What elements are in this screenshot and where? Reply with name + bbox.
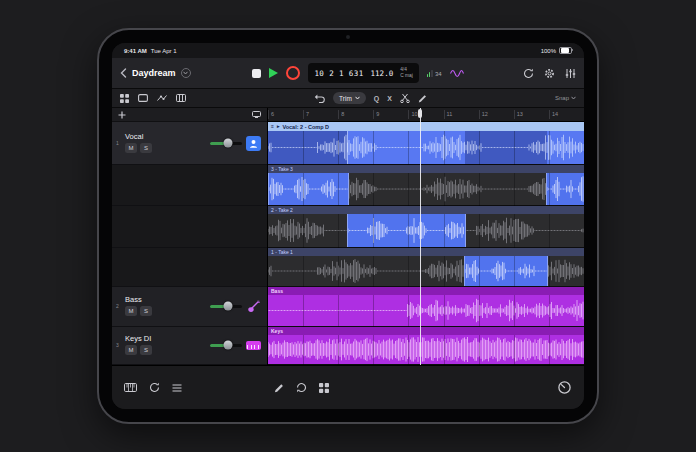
back-button[interactable] [120,68,127,78]
tuner-icon[interactable] [450,69,464,78]
take-lane-header[interactable] [112,248,267,287]
playhead-position: 10 2 1 631 [314,69,363,78]
meter-bars-icon [427,70,433,77]
snap-label: Snap [555,95,569,101]
edit-toolbar: Trim Q X Snap [112,89,584,108]
piano-keyboard-icon[interactable] [124,383,137,392]
pencil-tool-icon[interactable] [274,383,284,393]
keys-region-header[interactable]: Keys [268,327,584,335]
solo-button[interactable]: S [140,345,152,355]
track-header-bass[interactable]: 2 Bass M S [112,287,267,326]
mute-button[interactable]: M [125,345,137,355]
pencil-icon[interactable] [418,94,427,103]
track-number: 2 [116,303,121,309]
record-button[interactable] [286,66,300,80]
clock: 9:41 AM [124,48,147,54]
take-lane-body[interactable] [268,214,584,247]
keys-region-body[interactable] [268,335,584,364]
editor-icon[interactable] [176,94,186,102]
scissors-icon[interactable] [400,93,410,103]
take-folder-list-icon: ≡ [271,124,274,129]
lcd-display[interactable]: 10 2 1 631 112.0 4/4 C maj [308,63,418,83]
comp-region-header[interactable]: ≡ ▸ Vocal: 2 - Comp D [268,122,584,131]
playhead[interactable] [420,108,421,365]
track-name: Vocal [125,133,171,141]
bass-region[interactable]: Bass [268,287,584,326]
volume-slider[interactable] [210,305,242,308]
tempo-value: 112.0 [371,69,394,78]
take-lane-header[interactable] [112,206,267,248]
take-lane-region[interactable]: 2 - Take 2 [268,206,584,248]
control-knob-icon[interactable] [557,380,572,395]
play-button[interactable] [269,68,278,78]
date: Tue Apr 1 [151,48,177,54]
vocal-comp-region[interactable]: ≡ ▸ Vocal: 2 - Comp D [268,122,584,165]
header-options-icon[interactable] [252,111,261,118]
take-lane-body[interactable] [268,173,584,204]
bass-region-body[interactable] [268,295,584,325]
track-name: Keys DI [125,335,171,343]
cycle-icon[interactable] [523,68,534,79]
track-header-vocal[interactable]: 1 Vocal M S [112,122,267,165]
mute-button[interactable]: M [125,306,137,316]
cpu-value: 34 [435,71,442,77]
bass-region-header[interactable]: Bass [268,287,584,295]
quantize-button[interactable]: Q [374,95,379,102]
mute-button[interactable]: M [125,143,137,153]
take-lane-header-strip[interactable]: 2 - Take 2 [268,206,584,214]
take-lane-body[interactable] [268,256,584,286]
app-screen: 9:41 AM Tue Apr 1 100% Daydream [112,43,584,409]
take-label: 1 - Take 1 [271,249,293,255]
comp-region-body[interactable] [268,131,584,164]
take-label: 2 - Take 2 [271,207,293,213]
keys-track-icon [246,341,261,350]
repeat-icon[interactable] [296,382,307,393]
ipad-device-frame: 9:41 AM Tue Apr 1 100% Daydream [97,28,599,424]
volume-slider[interactable] [210,344,242,347]
keys-region[interactable]: Keys [268,327,584,365]
track-number: 3 [116,342,121,348]
bass-region-label: Bass [271,288,283,294]
volume-slider[interactable] [210,142,242,145]
loop-browser-icon[interactable] [149,382,160,393]
project-menu-button[interactable] [181,68,191,78]
track-number: 1 [116,140,121,146]
stop-button[interactable] [252,69,261,78]
comp-region-label: Vocal: 2 - Comp D [282,124,329,130]
tool-selector[interactable]: Trim [333,92,366,104]
tool-label: Trim [339,95,352,102]
take-label: 3 - Take 3 [271,166,293,172]
browser-grid-icon[interactable] [120,94,129,103]
region-rows: ≡ ▸ Vocal: 2 - Comp D 3 - Take 3 [268,122,584,365]
key-signature: C maj [400,74,413,79]
snap-control[interactable]: Snap [555,95,576,101]
crossfade-button[interactable]: X [387,95,392,102]
take-lane-region[interactable]: 1 - Take 1 [268,248,584,287]
cpu-meter: 34 [427,70,442,77]
track-header-column: 1 Vocal M S [112,108,268,365]
arrange-area: 1 Vocal M S [112,108,584,365]
list-icon[interactable] [172,384,182,392]
add-track-button[interactable] [118,111,126,119]
take-lane-header-strip[interactable]: 3 - Take 3 [268,165,584,173]
take-lane-header[interactable] [112,165,267,205]
mixer-icon[interactable] [565,68,576,79]
pads-grid-icon[interactable] [319,383,329,393]
bar-ruler[interactable]: 67891011121314 [268,108,584,122]
battery-icon [559,47,572,55]
project-title: Daydream [132,68,176,78]
track-name: Bass [125,296,171,304]
bottom-toolbar [112,365,584,409]
battery-percent: 100% [541,48,556,54]
solo-button[interactable]: S [140,306,152,316]
take-lane-region[interactable]: 3 - Take 3 [268,165,584,205]
track-header-keys[interactable]: 3 Keys DI M S [112,327,267,365]
solo-button[interactable]: S [140,143,152,153]
automation-icon[interactable] [157,94,167,102]
bass-track-icon [246,299,261,314]
take-lane-header-strip[interactable]: 1 - Take 1 [268,248,584,256]
tracks-view-icon[interactable] [138,94,148,102]
settings-gear-icon[interactable] [544,68,555,79]
undo-icon[interactable] [314,94,325,103]
time-signature: 4/4 [400,68,413,73]
